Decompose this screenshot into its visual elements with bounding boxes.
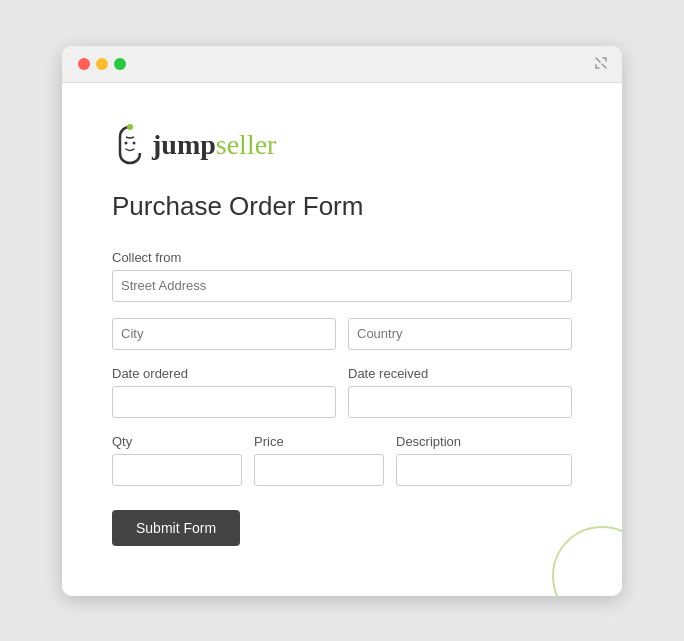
city-col	[112, 318, 336, 350]
logo-text-seller: seller	[216, 129, 277, 161]
minimize-button[interactable]	[96, 58, 108, 70]
traffic-lights	[78, 58, 126, 70]
close-button[interactable]	[78, 58, 90, 70]
country-col	[348, 318, 572, 350]
logo: jumpseller	[112, 123, 572, 167]
qty-label: Qty	[112, 434, 242, 449]
page-title: Purchase Order Form	[112, 191, 572, 222]
date-ordered-input[interactable]	[112, 386, 336, 418]
dates-row: Date ordered Date received	[112, 366, 572, 418]
street-address-input[interactable]	[112, 270, 572, 302]
circle-decoration	[552, 526, 622, 596]
qty-price-desc-row: Qty Price Description	[112, 434, 572, 486]
expand-icon[interactable]	[594, 56, 608, 72]
collect-from-label: Collect from	[112, 250, 572, 265]
logo-text-jump: jump	[152, 129, 216, 161]
logo-area: jumpseller	[112, 123, 572, 167]
city-country-row	[112, 318, 572, 350]
date-received-col: Date received	[348, 366, 572, 418]
date-ordered-col: Date ordered	[112, 366, 336, 418]
description-label: Description	[396, 434, 572, 449]
price-col: Price	[254, 434, 384, 486]
collect-from-group: Collect from	[112, 250, 572, 302]
qty-col: Qty	[112, 434, 242, 486]
country-input[interactable]	[348, 318, 572, 350]
svg-point-2	[133, 141, 136, 144]
description-input[interactable]	[396, 454, 572, 486]
date-ordered-label: Date ordered	[112, 366, 336, 381]
logo-icon	[112, 123, 148, 167]
form-content: jumpseller Purchase Order Form Collect f…	[62, 83, 622, 596]
date-received-input[interactable]	[348, 386, 572, 418]
svg-point-1	[125, 141, 128, 144]
price-input[interactable]	[254, 454, 384, 486]
city-input[interactable]	[112, 318, 336, 350]
app-window: jumpseller Purchase Order Form Collect f…	[62, 46, 622, 596]
price-label: Price	[254, 434, 384, 449]
date-received-label: Date received	[348, 366, 572, 381]
qty-input[interactable]	[112, 454, 242, 486]
description-col: Description	[396, 434, 572, 486]
submit-button[interactable]: Submit Form	[112, 510, 240, 546]
title-bar	[62, 46, 622, 83]
maximize-button[interactable]	[114, 58, 126, 70]
